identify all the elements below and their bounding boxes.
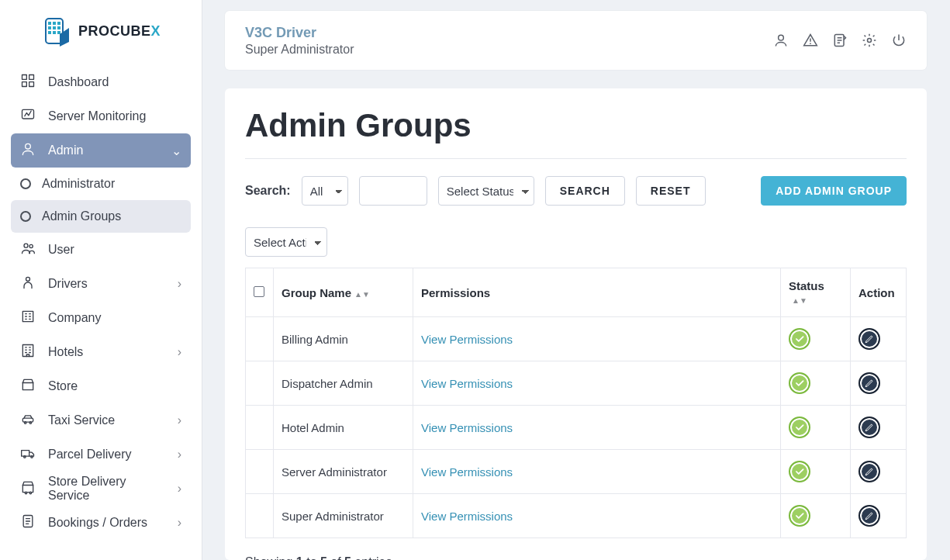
col-status[interactable]: Status▲▼	[781, 268, 851, 317]
topbar: V3C Driver Super Administrator	[225, 11, 927, 70]
bulk-action-select[interactable]: Select Action	[245, 227, 327, 257]
sidebar-item-label: Store Delivery Service	[48, 475, 165, 503]
action-cell	[851, 406, 907, 450]
sidebar-item-label: Admin	[48, 143, 83, 157]
sidebar-subitem-admin-groups[interactable]: Admin Groups	[11, 200, 191, 233]
action-cell	[851, 494, 907, 538]
logo-icon	[41, 16, 72, 47]
edit-button[interactable]	[858, 372, 880, 394]
edit-button[interactable]	[858, 505, 880, 527]
svg-rect-13	[29, 82, 34, 87]
status-active-icon[interactable]	[789, 505, 810, 527]
driver-icon	[20, 275, 36, 293]
svg-rect-11	[29, 75, 34, 80]
sidebar-subitem-administrator[interactable]: Administrator	[11, 168, 191, 200]
status-active-icon[interactable]	[789, 417, 810, 438]
svg-point-15	[26, 143, 31, 149]
svg-rect-21	[22, 418, 33, 422]
sidebar-item-label: Dashboard	[48, 75, 109, 89]
edit-button[interactable]	[858, 461, 880, 482]
svg-point-35	[868, 39, 872, 43]
search-input[interactable]	[359, 176, 427, 206]
svg-point-29	[29, 492, 32, 494]
profile-icon[interactable]	[773, 32, 789, 49]
view-permissions-link[interactable]: View Permissions	[421, 333, 513, 346]
status-active-icon[interactable]	[789, 328, 810, 350]
logo-text: PROCUBEX	[78, 23, 161, 40]
sidebar-item-label: Administrator	[42, 177, 115, 191]
chevron-down-icon: ⌄	[171, 143, 181, 158]
chevron-right-icon: ›	[178, 345, 181, 359]
sidebar-item-taxi-service[interactable]: Taxi Service ›	[11, 403, 191, 437]
permissions-cell: View Permissions	[413, 361, 781, 406]
group-name-cell: Billing Admin	[274, 317, 413, 361]
page-title: Admin Groups	[245, 107, 907, 144]
edit-button[interactable]	[858, 417, 880, 438]
power-icon[interactable]	[891, 32, 907, 49]
action-cell	[851, 361, 907, 406]
alert-icon[interactable]	[803, 32, 818, 49]
row-checkbox-cell	[246, 494, 274, 538]
view-permissions-link[interactable]: View Permissions	[421, 510, 513, 523]
sort-icon: ▲▼	[792, 299, 807, 303]
hotel-icon	[20, 343, 36, 361]
col-action: Action	[851, 268, 907, 317]
sidebar-item-label: Hotels	[48, 345, 83, 359]
reset-button[interactable]: RESET	[636, 176, 706, 206]
sidebar-item-store[interactable]: Store	[11, 369, 191, 403]
svg-point-16	[24, 244, 28, 247]
company-icon	[20, 309, 36, 327]
sidebar-item-parcel-delivery[interactable]: Parcel Delivery ›	[11, 437, 191, 472]
svg-rect-7	[48, 31, 51, 34]
status-active-icon[interactable]	[789, 461, 810, 482]
admin-groups-table: Group Name▲▼ Permissions Status▲▼ Action…	[245, 268, 907, 538]
edit-button[interactable]	[858, 328, 880, 350]
settings-icon[interactable]	[862, 32, 877, 49]
col-group-name[interactable]: Group Name▲▼	[274, 268, 413, 317]
group-name-cell: Hotel Admin	[274, 406, 413, 450]
action-cell	[851, 450, 907, 494]
radio-icon	[20, 178, 31, 189]
sidebar-item-label: Admin Groups	[42, 209, 121, 223]
search-button[interactable]: SEARCH	[545, 176, 625, 206]
sidebar-item-server-monitoring[interactable]: Server Monitoring	[11, 99, 191, 133]
view-permissions-link[interactable]: View Permissions	[421, 421, 513, 434]
view-permissions-link[interactable]: View Permissions	[421, 377, 513, 390]
permissions-cell: View Permissions	[413, 406, 781, 450]
svg-rect-1	[48, 22, 51, 25]
table-row: Server Administrator View Permissions	[246, 450, 907, 494]
sidebar-item-company[interactable]: Company	[11, 301, 191, 335]
chevron-right-icon: ›	[178, 448, 181, 461]
sidebar-item-dashboard[interactable]: Dashboard	[11, 65, 191, 99]
select-all-checkbox[interactable]	[254, 286, 264, 297]
row-checkbox-cell	[246, 317, 274, 361]
svg-rect-19	[22, 311, 33, 321]
sidebar-item-drivers[interactable]: Drivers ›	[11, 267, 191, 301]
orders-icon	[20, 513, 36, 532]
sidebar-item-user[interactable]: User	[11, 233, 191, 267]
svg-point-23	[29, 422, 32, 424]
logo: PROCUBEX	[0, 0, 202, 62]
sidebar-item-admin[interactable]: Admin ⌄	[11, 133, 191, 168]
sidebar-item-store-delivery-service[interactable]: Store Delivery Service ›	[11, 472, 191, 506]
notes-icon[interactable]	[832, 32, 848, 49]
add-admin-group-button[interactable]: ADD ADMIN GROUP	[761, 176, 907, 206]
users-icon	[20, 240, 36, 259]
chevron-right-icon: ›	[178, 277, 181, 291]
group-name-cell: Super Administrator	[274, 494, 413, 538]
status-select[interactable]: Select Status	[438, 176, 534, 206]
view-permissions-link[interactable]: View Permissions	[421, 465, 513, 479]
svg-point-18	[26, 277, 30, 281]
status-cell	[781, 450, 851, 494]
user-name[interactable]: V3C Driver	[245, 25, 354, 41]
sidebar-item-hotels[interactable]: Hotels ›	[11, 335, 191, 369]
sidebar-item-bookings-orders[interactable]: Bookings / Orders ›	[11, 506, 191, 540]
svg-point-26	[31, 456, 33, 458]
store-icon	[20, 377, 36, 396]
status-cell	[781, 361, 851, 406]
status-active-icon[interactable]	[789, 372, 810, 394]
storedel-icon	[20, 479, 36, 498]
filter-field-select[interactable]: All	[302, 176, 348, 206]
table-row: Super Administrator View Permissions	[246, 494, 907, 538]
group-name-cell: Server Administrator	[274, 450, 413, 494]
